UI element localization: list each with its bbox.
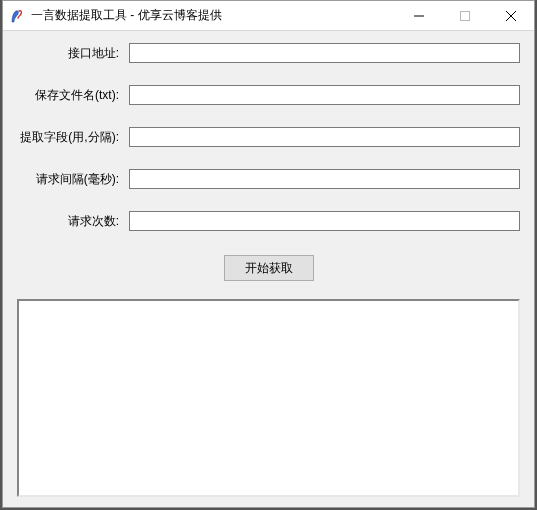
label-count: 请求次数: (17, 213, 129, 230)
button-row: 开始获取 (17, 255, 520, 281)
svg-rect-1 (461, 11, 470, 20)
row-interval: 请求间隔(毫秒): (17, 169, 520, 189)
app-icon (9, 8, 25, 24)
label-api-url: 接口地址: (17, 45, 129, 62)
output-textarea[interactable] (17, 299, 520, 497)
label-fields: 提取字段(用,分隔): (17, 129, 129, 146)
input-fields[interactable] (129, 127, 520, 147)
titlebar: 一言数据提取工具 - 优享云博客提供 (3, 1, 534, 31)
input-interval[interactable] (129, 169, 520, 189)
window-title: 一言数据提取工具 - 优享云博客提供 (31, 7, 222, 24)
row-save-name: 保存文件名(txt): (17, 85, 520, 105)
input-save-name[interactable] (129, 85, 520, 105)
start-button[interactable]: 开始获取 (224, 255, 314, 281)
row-fields: 提取字段(用,分隔): (17, 127, 520, 147)
client-area: 接口地址: 保存文件名(txt): 提取字段(用,分隔): 请求间隔(毫秒): … (3, 31, 534, 507)
row-count: 请求次数: (17, 211, 520, 231)
input-api-url[interactable] (129, 43, 520, 63)
label-interval: 请求间隔(毫秒): (17, 171, 129, 188)
input-count[interactable] (129, 211, 520, 231)
close-button[interactable] (488, 1, 534, 31)
row-api-url: 接口地址: (17, 43, 520, 63)
label-save-name: 保存文件名(txt): (17, 87, 129, 104)
minimize-button[interactable] (396, 1, 442, 31)
maximize-button[interactable] (442, 1, 488, 31)
app-window: 一言数据提取工具 - 优享云博客提供 接口地址: 保存文件名(txt): 提取字… (2, 0, 535, 508)
